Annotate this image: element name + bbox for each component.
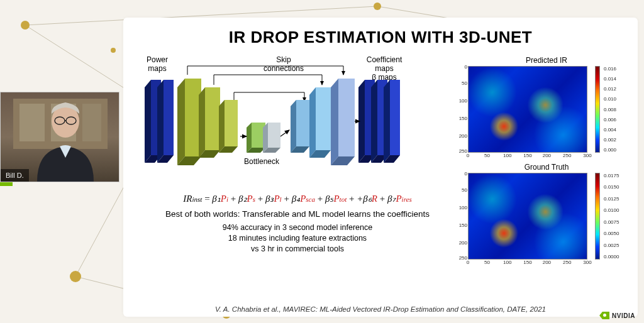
svg-marker-47: [316, 87, 331, 150]
colorbar-predicted-ticks: 0.016 0.014 0.012 0.010 0.008 0.006 0.00…: [604, 66, 616, 153]
nvidia-eye-icon: [599, 312, 609, 319]
heatmap-predicted-img: 0 50 100 150 200 250: [468, 66, 587, 153]
svg-marker-58: [384, 80, 390, 163]
bullet-3: vs 3 hr in commercial tools: [136, 244, 459, 255]
svg-point-7: [70, 271, 81, 282]
svg-marker-26: [177, 79, 185, 165]
heatmap-ground: Ground Truth 0 50 100 150 200 250 0: [468, 163, 625, 266]
colorbar-ground-ticks: 0.0175 0.0150 0.0125 0.0100 0.0075 0.005…: [604, 173, 619, 260]
svg-marker-39: [268, 123, 280, 148]
speaker-name-tag: Bill D.: [1, 169, 29, 182]
speaker-name: Bill D.: [6, 172, 24, 179]
citation: V. A. Chhabria et al., MAVIREC: ML-Aided…: [123, 305, 638, 313]
svg-marker-50: [338, 79, 355, 156]
svg-marker-43: [291, 100, 296, 153]
svg-marker-35: [247, 123, 252, 153]
svg-marker-24: [164, 80, 174, 155]
svg-marker-33: [225, 100, 238, 146]
svg-marker-59: [390, 80, 400, 155]
bullets: 94% accuracy in 3 second model inference…: [136, 222, 459, 255]
svg-marker-23: [157, 80, 164, 163]
svg-marker-46: [309, 87, 316, 158]
svg-line-42: [280, 130, 289, 136]
svg-marker-49: [331, 79, 338, 165]
heatmap-predicted-title: Predicted IR: [468, 56, 625, 65]
svg-marker-44: [296, 100, 309, 146]
accent-bar: [0, 182, 13, 186]
speaker-silhouette: [31, 100, 100, 182]
equation: IRinst = β₁Pi + β₂Ps + β₃Pl + β₄Psca + β…: [136, 193, 459, 204]
nvidia-logo: NVIDIA: [599, 312, 635, 319]
svg-point-9: [374, 3, 381, 10]
svg-point-11: [111, 48, 116, 53]
heatmap-ground-img: 0 50 100 150 200 250: [468, 173, 587, 260]
svg-marker-29: [199, 87, 205, 158]
slide: IR DROP ESTIMATION WITH 3D-UNET Power ma…: [123, 18, 638, 317]
bullet-1: 94% accuracy in 3 second model inference: [136, 222, 459, 233]
svg-marker-38: [263, 123, 268, 153]
heatmap-predicted: Predicted IR 0 50 100 150 200 250 0: [468, 56, 625, 159]
speaker-video[interactable]: Bill D.: [0, 92, 119, 182]
svg-marker-20: [145, 80, 151, 163]
svg-marker-30: [205, 87, 220, 150]
caption-main: Best of both worlds: Transferable and ML…: [136, 209, 459, 219]
svg-marker-55: [371, 80, 377, 163]
colorbar-predicted: [595, 66, 600, 153]
svg-marker-32: [219, 100, 225, 153]
slide-title: IR DROP ESTIMATION WITH 3D-UNET: [136, 28, 625, 47]
colorbar-ground: [595, 173, 600, 260]
unet-diagram: Power maps Skip connections Coefficient …: [136, 56, 459, 188]
nvidia-logo-text: NVIDIA: [612, 312, 635, 319]
bullet-2: 18 minutes including feature extractions: [136, 233, 459, 244]
heatmap-ground-title: Ground Truth: [468, 163, 625, 172]
svg-point-5: [21, 21, 30, 30]
